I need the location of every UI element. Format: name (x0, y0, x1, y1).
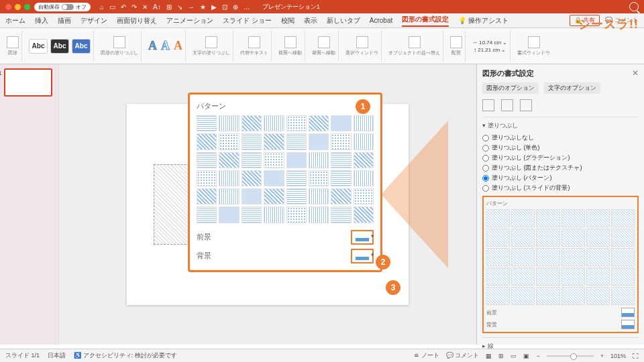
fill-slidebg[interactable]: 塗りつぶし (スライドの背景) (482, 183, 639, 193)
min-dot[interactable] (15, 4, 21, 10)
pattern-swatch[interactable] (331, 152, 351, 168)
pattern-swatch[interactable] (309, 152, 329, 168)
qat-icon[interactable]: ⊕ (233, 3, 238, 11)
ribbon-selpane[interactable]: 選択ウィンドウ (343, 31, 382, 62)
qat-icon[interactable]: … (244, 3, 250, 11)
fill-solid[interactable]: 塗りつぶし (単色) (482, 143, 639, 153)
pattern-swatch[interactable] (511, 229, 535, 247)
pattern-swatch[interactable] (331, 188, 351, 204)
pattern-swatch[interactable] (511, 209, 535, 227)
pattern-swatch[interactable] (486, 287, 510, 305)
ribbon-front[interactable]: 前面へ移動 (276, 31, 305, 62)
pattern-swatch[interactable] (286, 206, 307, 223)
pattern-swatch[interactable] (354, 115, 374, 131)
tab-acrobat[interactable]: Acrobat (370, 17, 392, 24)
pattern-swatch[interactable] (264, 133, 284, 149)
ribbon-back[interactable]: 背面へ移動 (309, 31, 339, 62)
style-preset[interactable]: Abc (50, 39, 69, 54)
qat-icon[interactable]: ▶ (211, 3, 217, 11)
pattern-swatch[interactable] (486, 209, 510, 227)
qat-icon[interactable]: ↶ (121, 3, 126, 11)
ribbon-textfill[interactable]: 文字の塗りつぶし (190, 31, 233, 62)
pattern-swatch[interactable] (354, 152, 374, 168)
pattern-swatch[interactable] (354, 170, 374, 186)
pattern-swatch[interactable] (536, 248, 559, 266)
pattern-swatch[interactable] (264, 188, 284, 204)
callout-bg-color[interactable] (351, 249, 374, 263)
tab-view[interactable]: 表示 (304, 16, 317, 25)
pattern-grid-large[interactable] (197, 115, 374, 223)
ribbon-rotate[interactable]: 配置 (447, 31, 466, 62)
pattern-swatch[interactable] (309, 133, 329, 149)
close-dot[interactable] (5, 4, 11, 10)
style-preset[interactable]: Abc (29, 39, 48, 54)
pattern-swatch[interactable] (511, 267, 535, 286)
pattern-swatch[interactable] (309, 115, 329, 131)
pattern-swatch[interactable] (197, 115, 217, 131)
pattern-swatch[interactable] (486, 267, 510, 286)
window-controls[interactable] (5, 4, 30, 10)
fill-none[interactable]: 塗りつぶしなし (482, 133, 639, 143)
tab-new[interactable]: 新しいタブ (327, 16, 360, 25)
slide-thumbnail[interactable] (4, 68, 52, 97)
pattern-swatch[interactable] (354, 206, 374, 223)
back-icon[interactable] (318, 36, 330, 48)
pattern-swatch[interactable] (611, 209, 635, 227)
zoom-slider[interactable] (547, 355, 594, 357)
pattern-swatch[interactable] (241, 170, 262, 186)
thumbnail-pane[interactable] (0, 64, 59, 345)
view-sorter-icon[interactable]: ⊞ (498, 353, 504, 359)
bg-color-button[interactable] (621, 320, 635, 329)
search-icon[interactable] (629, 2, 639, 11)
qat-icon[interactable]: ⊞ (166, 3, 172, 11)
pattern-swatch[interactable] (586, 229, 610, 247)
fill-line-icon[interactable] (482, 99, 494, 111)
pattern-swatch[interactable] (611, 267, 635, 286)
pattern-swatch[interactable] (286, 115, 307, 131)
pattern-swatch[interactable] (511, 287, 535, 305)
shape-icon[interactable] (7, 36, 19, 48)
pattern-swatch[interactable] (264, 115, 284, 131)
pattern-swatch[interactable] (561, 248, 585, 266)
pattern-swatch[interactable] (611, 287, 635, 305)
width-field[interactable]: ↔ 10.74 cm ⌄ (472, 40, 507, 46)
fill-picture[interactable]: 塗りつぶし (図またはテクスチャ) (482, 163, 639, 173)
qat-icon[interactable]: A↕ (153, 3, 161, 11)
pattern-swatch[interactable] (241, 133, 262, 149)
qat-icon[interactable]: ★ (200, 3, 206, 11)
tab-draw[interactable]: 描画 (58, 16, 71, 25)
pattern-swatch[interactable] (241, 188, 262, 204)
zoom-in[interactable]: + (600, 353, 604, 359)
style-preset[interactable]: Abc (72, 39, 91, 54)
qat-icon[interactable]: ⌂ (100, 3, 104, 11)
shape-options-tab[interactable]: 図形のオプション (482, 82, 539, 94)
pattern-swatch[interactable] (219, 152, 239, 168)
pattern-swatch[interactable] (561, 209, 585, 227)
tab-design[interactable]: デザイン (80, 16, 107, 25)
pattern-swatch[interactable] (286, 133, 307, 149)
wordart-preset[interactable]: A (161, 39, 170, 53)
pattern-swatch[interactable] (536, 287, 559, 305)
selpane-icon[interactable] (356, 36, 368, 48)
pattern-swatch[interactable] (354, 133, 374, 149)
fill-gradient[interactable]: 塗りつぶし (グラデーション) (482, 153, 639, 163)
pattern-swatch[interactable] (241, 115, 262, 131)
pattern-swatch[interactable] (511, 248, 535, 266)
pattern-swatch[interactable] (286, 152, 307, 168)
pattern-swatch[interactable] (586, 267, 610, 286)
pattern-swatch[interactable] (219, 188, 239, 204)
fill-heading[interactable]: ▾ 塗りつぶし (482, 121, 639, 130)
pattern-swatch[interactable] (561, 229, 585, 247)
tab-home[interactable]: ホーム (5, 16, 25, 25)
accessibility[interactable]: ♿ アクセシビリティ: 検討が必要です (74, 351, 177, 360)
pattern-swatch[interactable] (197, 188, 217, 204)
ribbon-shapes[interactable]: 図形 (4, 31, 22, 62)
language[interactable]: 日本語 (48, 351, 66, 360)
pattern-swatch[interactable] (611, 229, 635, 247)
zoom-value[interactable]: 101% (610, 353, 626, 359)
ribbon-fmtpane[interactable]: 書式ウィンドウ (515, 31, 553, 62)
pattern-swatch[interactable] (286, 170, 307, 186)
pattern-swatch[interactable] (561, 287, 585, 305)
tab-shape-format[interactable]: 図形の書式設定 (402, 15, 449, 27)
fill-icon[interactable] (113, 36, 125, 48)
